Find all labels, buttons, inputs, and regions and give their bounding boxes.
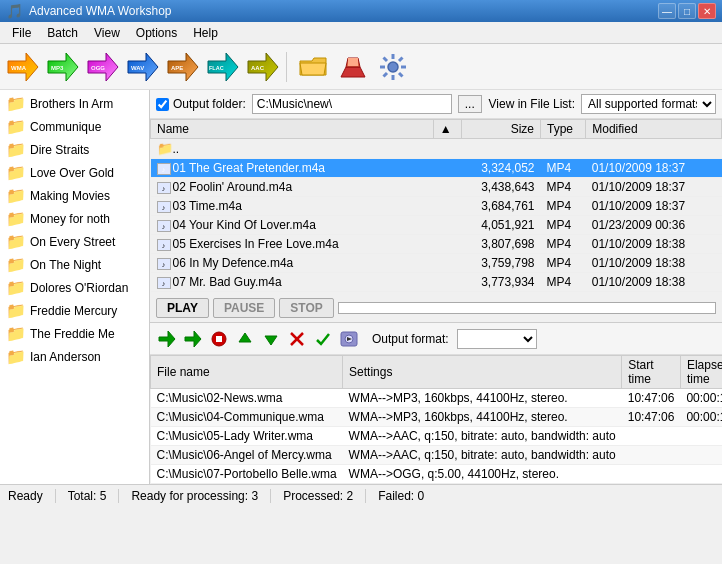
folder-icon: 📁 (6, 186, 26, 205)
tree-item-on-the-night[interactable]: 📁 On The Night (2, 253, 147, 276)
svg-marker-16 (341, 67, 365, 77)
file-type-cell: MP4 (541, 254, 586, 273)
file-list-row[interactable]: ♪06 In My Defence.m4a 3,759,798 MP4 01/1… (151, 254, 722, 273)
tree-item-brothers-in-arm[interactable]: 📁 Brothers In Arm (2, 92, 147, 115)
tree-item-dire-straits[interactable]: 📁 Dire Straits (2, 138, 147, 161)
view-in-file-list-label: View in File List: (489, 97, 575, 111)
play-button[interactable]: PLAY (156, 298, 209, 318)
wma-to-aac-btn[interactable]: AAC (244, 48, 282, 86)
svg-text:MP3: MP3 (51, 65, 64, 71)
file-list-row[interactable]: ♪02 Foolin' Around.m4a 3,438,643 MP4 01/… (151, 178, 722, 197)
file-list-row[interactable]: 📁.. (151, 139, 722, 159)
conv-remove-button[interactable] (182, 328, 204, 350)
tree-item-making-movies[interactable]: 📁 Making Movies (2, 184, 147, 207)
wma-to-mp3-button[interactable]: WMA (4, 48, 42, 86)
conversion-toolbar: Output format: MP3 WMA OGG AAC FLAC (150, 323, 722, 355)
output-checkbox[interactable] (156, 98, 169, 111)
conv-start-cell (622, 446, 681, 465)
file-modified-cell: 01/10/2009 18:37 (586, 197, 722, 216)
file-size-cell (461, 139, 540, 159)
tree-item-label: Ian Anderson (30, 350, 101, 364)
file-list-row[interactable]: ♪07 Mr. Bad Guy.m4a 3,773,934 MP4 01/10/… (151, 273, 722, 292)
svg-point-19 (388, 62, 398, 72)
tree-item-label: On The Night (30, 258, 101, 272)
svg-marker-33 (265, 336, 277, 345)
output-path-input[interactable] (252, 94, 452, 114)
tree-item-ian-anderson[interactable]: 📁 Ian Anderson (2, 345, 147, 368)
conv-list-row[interactable]: C:\Music\05-Lady Writer.wma WMA-->AAC, q… (151, 427, 723, 446)
conv-player-button[interactable] (338, 328, 360, 350)
conv-delete-button[interactable] (286, 328, 308, 350)
file-sort-cell (433, 159, 461, 178)
format-filter-select[interactable]: All supported formats MP3 WMA OGG AAC FL… (581, 94, 716, 114)
conv-up-button[interactable] (234, 328, 256, 350)
file-sort-cell (433, 197, 461, 216)
file-name-cell: ♪06 In My Defence.m4a (151, 254, 434, 273)
folder-icon: 📁 (6, 347, 26, 366)
file-type-cell: MP4 (541, 273, 586, 292)
menu-view[interactable]: View (86, 24, 128, 42)
conv-filename-cell: C:\Music\02-News.wma (151, 389, 343, 408)
wma-to-ogg-btn[interactable]: OGG (84, 48, 122, 86)
conv-filename-cell: C:\Music\05-Lady Writer.wma (151, 427, 343, 446)
folder-icon: 📁 (6, 278, 26, 297)
conv-col-elapsed: Elapsed time (680, 356, 722, 389)
conv-start-cell (622, 427, 681, 446)
conv-elapsed-cell (680, 465, 722, 484)
close-button[interactable]: ✕ (698, 3, 716, 19)
wma-to-ape-btn[interactable]: APE (164, 48, 202, 86)
file-sort-cell (433, 273, 461, 292)
svg-text:APE: APE (171, 65, 183, 71)
play-progress-bar (338, 302, 716, 314)
menu-options[interactable]: Options (128, 24, 185, 42)
conv-list-row[interactable]: C:\Music\06-Angel of Mercy.wma WMA-->AAC… (151, 446, 723, 465)
conv-check-button[interactable] (312, 328, 334, 350)
conv-down-button[interactable] (260, 328, 282, 350)
wma-to-wav-btn[interactable]: WAV (124, 48, 162, 86)
conv-stop-button[interactable] (208, 328, 230, 350)
menu-file[interactable]: File (4, 24, 39, 42)
file-list-row[interactable]: ♪05 Exercises In Free Love.m4a 3,807,698… (151, 235, 722, 254)
pause-button[interactable]: PAUSE (213, 298, 275, 318)
folder-icon: 📁 (6, 232, 26, 251)
file-name-cell: 📁.. (151, 139, 434, 159)
file-list-row[interactable]: ♪03 Time.m4a 3,684,761 MP4 01/10/2009 18… (151, 197, 722, 216)
col-modified: Modified (586, 120, 722, 139)
output-label-text: Output folder: (173, 97, 246, 111)
wma-to-flac-btn[interactable]: FLAC (204, 48, 242, 86)
wma-to-mp3-btn2[interactable]: MP3 (44, 48, 82, 86)
conv-elapsed-cell: 00:00:13 (680, 389, 722, 408)
menu-batch[interactable]: Batch (39, 24, 86, 42)
file-list-row[interactable]: ♪04 Your Kind Of Lover.m4a 4,051,921 MP4… (151, 216, 722, 235)
tree-item-money-for-noth[interactable]: 📁 Money for noth (2, 207, 147, 230)
conv-list-row[interactable]: C:\Music\02-News.wma WMA-->MP3, 160kbps,… (151, 389, 723, 408)
tree-item-love-over-gold[interactable]: 📁 Love Over Gold (2, 161, 147, 184)
browse-button[interactable]: ... (458, 95, 482, 113)
save-folder-button[interactable] (334, 48, 372, 86)
settings-gear-button[interactable] (374, 48, 412, 86)
tree-item-label: Dire Straits (30, 143, 89, 157)
minimize-button[interactable]: — (658, 3, 676, 19)
conv-list-row[interactable]: C:\Music\07-Portobello Belle.wma WMA-->O… (151, 465, 723, 484)
conv-add-button[interactable] (156, 328, 178, 350)
tree-item-freddie-mercury[interactable]: 📁 Freddie Mercury (2, 299, 147, 322)
status-failed: Failed: 0 (366, 489, 436, 503)
playback-controls: PLAY PAUSE STOP (150, 294, 722, 323)
svg-text:WMA: WMA (11, 65, 27, 71)
file-list-row[interactable]: ♪01 The Great Pretender.m4a 3,324,052 MP… (151, 159, 722, 178)
open-folder-button[interactable] (294, 48, 332, 86)
conv-list-body: C:\Music\02-News.wma WMA-->MP3, 160kbps,… (151, 389, 723, 484)
svg-marker-28 (159, 331, 175, 347)
stop-button[interactable]: STOP (279, 298, 333, 318)
conv-elapsed-cell (680, 427, 722, 446)
menu-help[interactable]: Help (185, 24, 226, 42)
tree-item-the-freddie-me[interactable]: 📁 The Freddie Me (2, 322, 147, 345)
tree-item-dolores[interactable]: 📁 Dolores O'Riordan (2, 276, 147, 299)
main-area: 📁 Brothers In Arm 📁 Communique 📁 Dire St… (0, 90, 722, 484)
maximize-button[interactable]: □ (678, 3, 696, 19)
tree-item-on-every-street[interactable]: 📁 On Every Street (2, 230, 147, 253)
folder-icon: 📁 (6, 209, 26, 228)
tree-item-communique[interactable]: 📁 Communique (2, 115, 147, 138)
conv-list-row[interactable]: C:\Music\04-Communique.wma WMA-->MP3, 16… (151, 408, 723, 427)
output-format-select[interactable]: MP3 WMA OGG AAC FLAC (457, 329, 537, 349)
